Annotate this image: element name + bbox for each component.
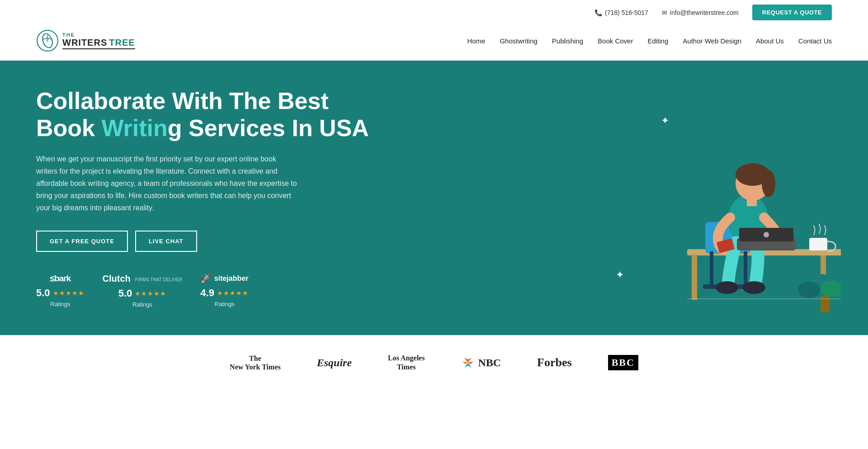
sitejabber-rating: 🚀 sitejabber 4.9 ★★★★★ Ratings bbox=[200, 274, 249, 307]
latimes-logo: Los AngelesTimes bbox=[388, 354, 425, 373]
clutch-score-row: 5.0 ★★★★★ bbox=[118, 288, 167, 299]
get-free-quote-button[interactable]: GET A FREE QUOTE bbox=[36, 231, 128, 252]
svg-marker-31 bbox=[462, 361, 468, 364]
nav-about-us[interactable]: About Us bbox=[756, 37, 784, 45]
email-address: info@thewriterstree.com bbox=[670, 9, 739, 16]
bark-stars: ★★★★★ bbox=[53, 289, 85, 297]
bark-score-row: 5.0 ★★★★★ bbox=[36, 287, 85, 299]
bbc-logo: BBC bbox=[608, 355, 638, 370]
brand-tree: TREE bbox=[109, 38, 135, 47]
sitejabber-stars: ★★★★★ bbox=[217, 289, 249, 297]
nbc-logo-wrapper: NBC bbox=[461, 357, 501, 369]
nav-book-cover[interactable]: Book Cover bbox=[598, 37, 633, 45]
nav-publishing[interactable]: Publishing bbox=[552, 37, 583, 45]
esquire-logo: Esquire bbox=[317, 357, 352, 369]
clutch-logo-row: Clutch FIRMS THAT DELIVER bbox=[103, 274, 183, 284]
nbc-peacock-icon bbox=[461, 357, 475, 369]
svg-rect-9 bbox=[744, 251, 747, 288]
sitejabber-logo: sitejabber bbox=[214, 274, 249, 283]
svg-rect-8 bbox=[710, 251, 713, 288]
clutch-stars: ★★★★★ bbox=[135, 290, 166, 297]
svg-point-18 bbox=[716, 281, 738, 294]
svg-point-27 bbox=[798, 282, 821, 298]
bark-logo-row: ≤bark bbox=[50, 274, 71, 284]
bark-rating: ≤bark 5.0 ★★★★★ Ratings bbox=[36, 274, 85, 307]
clutch-label: Ratings bbox=[132, 301, 152, 308]
svg-point-22 bbox=[764, 232, 769, 237]
sitejabber-logo-row: 🚀 sitejabber bbox=[201, 274, 249, 284]
bark-label: Ratings bbox=[50, 301, 70, 307]
svg-rect-3 bbox=[692, 255, 697, 300]
hero-title-highlight: Writin bbox=[101, 115, 167, 141]
svg-point-19 bbox=[743, 281, 765, 294]
email-item: ✉ info@thewriterstree.com bbox=[662, 9, 739, 16]
sitejabber-rocket-icon: 🚀 bbox=[201, 274, 211, 284]
hero-title-line1: Collaborate With The Best bbox=[36, 88, 329, 114]
header: 📞 (718) 516-5017 ✉ info@thewriterstree.c… bbox=[0, 0, 868, 61]
illustration-svg bbox=[615, 109, 841, 335]
nav-home[interactable]: Home bbox=[467, 37, 485, 45]
svg-rect-15 bbox=[747, 197, 757, 206]
nav-editing[interactable]: Editing bbox=[647, 37, 668, 45]
nav-ghostwriting[interactable]: Ghostwriting bbox=[500, 37, 537, 45]
brand-the: THE bbox=[62, 32, 135, 38]
phone-number: (718) 516-5017 bbox=[605, 9, 648, 16]
phone-item: 📞 (718) 516-5017 bbox=[594, 9, 648, 16]
main-nav: Home Ghostwriting Publishing Book Cover … bbox=[467, 37, 832, 45]
hero-content: Collaborate With The Best Book Writing S… bbox=[36, 88, 369, 308]
hero-title: Collaborate With The Best Book Writing S… bbox=[36, 88, 369, 142]
svg-rect-23 bbox=[809, 238, 827, 250]
nav-author-web-design[interactable]: Author Web Design bbox=[683, 37, 741, 45]
clutch-rating: Clutch FIRMS THAT DELIVER 5.0 ★★★★★ Rati… bbox=[103, 274, 183, 308]
email-icon: ✉ bbox=[662, 9, 667, 16]
clutch-score: 5.0 bbox=[118, 288, 132, 299]
hero-buttons: GET A FREE QUOTE LIVE CHAT bbox=[36, 231, 369, 252]
hero-illustration bbox=[615, 61, 841, 335]
svg-point-14 bbox=[762, 170, 775, 197]
brand-writers: WRITERS bbox=[62, 38, 107, 47]
bark-score: 5.0 bbox=[36, 287, 50, 299]
clutch-tagline: FIRMS THAT DELIVER bbox=[135, 277, 182, 282]
request-quote-button[interactable]: REQUEST A QUOTE bbox=[752, 5, 832, 20]
svg-marker-36 bbox=[468, 361, 473, 364]
hero-section: Collaborate With The Best Book Writing S… bbox=[0, 61, 868, 335]
media-section: TheNew York Times Esquire Los AngelesTim… bbox=[0, 335, 868, 391]
hero-title-line2-plain: Book bbox=[36, 115, 101, 141]
hero-description: When we get your manuscript the first pr… bbox=[36, 153, 298, 214]
nyt-logo: TheNew York Times bbox=[230, 354, 281, 371]
nbc-text: NBC bbox=[478, 357, 501, 369]
hero-title-line2-end: g Services In USA bbox=[168, 115, 369, 141]
header-nav: THE WRITERS TREE Home Ghostwriting Publi… bbox=[0, 25, 868, 61]
brand-line bbox=[62, 48, 135, 49]
ratings-row: ≤bark 5.0 ★★★★★ Ratings Clutch FIRMS THA… bbox=[36, 274, 369, 308]
forbes-logo: Forbes bbox=[537, 356, 572, 369]
sitejabber-label: Ratings bbox=[215, 301, 235, 307]
live-chat-button[interactable]: LIVE CHAT bbox=[135, 231, 197, 252]
brand-name: THE WRITERS TREE bbox=[62, 32, 135, 49]
clutch-logo: Clutch bbox=[103, 274, 131, 284]
bark-logo: ≤bark bbox=[50, 274, 71, 284]
sitejabber-score: 4.9 bbox=[200, 287, 214, 299]
header-top: 📞 (718) 516-5017 ✉ info@thewriterstree.c… bbox=[0, 0, 868, 25]
phone-icon: 📞 bbox=[594, 9, 602, 16]
logo-icon bbox=[36, 29, 59, 52]
sitejabber-score-row: 4.9 ★★★★★ bbox=[200, 287, 249, 299]
logo: THE WRITERS TREE bbox=[36, 29, 135, 52]
nav-contact-us[interactable]: Contact Us bbox=[798, 37, 832, 45]
